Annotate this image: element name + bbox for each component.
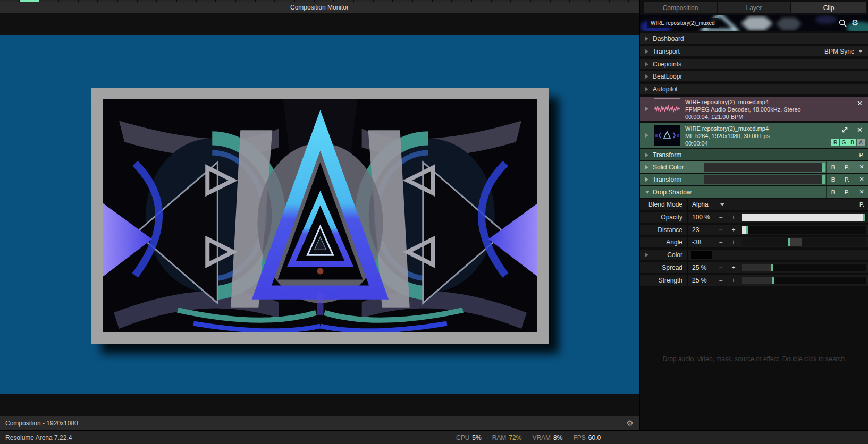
collapse-arrow-icon[interactable]: [645, 87, 648, 91]
collapse-arrow-icon[interactable]: [645, 49, 648, 54]
collapse-arrow-icon[interactable]: [645, 177, 648, 182]
channel-toggle-group: R G B A: [831, 139, 865, 146]
close-icon[interactable]: ✕: [854, 161, 868, 173]
param-strength: Strength 25 % − +: [640, 275, 868, 286]
params-button[interactable]: P.: [855, 199, 868, 210]
collapse-arrow-icon[interactable]: [645, 74, 648, 79]
video-thumbnail: [654, 125, 680, 146]
resolume-arena-window: Composition Monitor: [0, 0, 868, 444]
video-clip-info: WIRE repository(2)_muxed.mp4 MF h264, 19…: [685, 125, 770, 147]
strength-slider[interactable]: [742, 277, 866, 284]
close-icon[interactable]: ✕: [857, 126, 863, 133]
clip-name-label: WIRE repository(2)_muxed: [647, 18, 719, 28]
audio-clip-info: WIRE repository(2)_muxed.mp4 FFMPEG Audi…: [685, 98, 801, 121]
audio-track-row[interactable]: WIRE repository(2)_muxed.mp4 FFMPEG Audi…: [640, 97, 868, 121]
increment-button[interactable]: +: [729, 212, 738, 223]
shadow-color-swatch[interactable]: [691, 251, 712, 259]
effect-solid-color[interactable]: Solid Color B P. ✕: [640, 161, 868, 173]
param-spread: Spread 25 % − +: [640, 262, 868, 273]
effect-opacity-slider[interactable]: [704, 163, 825, 172]
search-icon[interactable]: [839, 19, 847, 27]
params-button[interactable]: P.: [840, 161, 854, 173]
increment-button[interactable]: +: [729, 275, 738, 286]
bypass-button[interactable]: B: [826, 186, 840, 198]
expand-arrow-icon[interactable]: [645, 191, 650, 194]
clip-properties-panel: Composition Layer Clip WIRE repository(2…: [639, 0, 868, 431]
effect-transform-2[interactable]: Transform B P. ✕: [640, 174, 868, 185]
channel-r-toggle[interactable]: R: [831, 139, 839, 146]
decrement-button[interactable]: −: [717, 275, 725, 286]
status-bar: Resolume Arena 7.22.4 CPU5% RAM72% VRAM8…: [0, 430, 868, 444]
section-cuepoints[interactable]: Cuepoints: [640, 59, 868, 69]
clip-settings-gear-icon[interactable]: ⚙: [852, 19, 858, 27]
audio-waveform-thumbnail: [654, 98, 680, 119]
clip-thumbnail-strip[interactable]: WIRE repository(2)_muxed ⚙: [640, 15, 868, 31]
decrement-button[interactable]: −: [717, 212, 725, 223]
blend-mode-dropdown[interactable]: Alpha: [692, 199, 724, 210]
close-icon[interactable]: ✕: [857, 100, 863, 107]
bypass-button[interactable]: B: [826, 161, 840, 173]
strength-value[interactable]: 25 %: [692, 275, 706, 286]
video-track-row[interactable]: WIRE repository(2)_muxed.mp4 MF h264, 19…: [640, 123, 868, 148]
collapse-arrow-icon[interactable]: [645, 133, 648, 138]
tab-layer[interactable]: Layer: [718, 2, 790, 13]
section-transport[interactable]: Transport BPM Sync: [640, 46, 868, 56]
opacity-value[interactable]: 100 %: [692, 212, 710, 223]
distance-value[interactable]: 23: [692, 225, 699, 235]
monitor-title: Composition Monitor: [0, 2, 639, 13]
section-dashboard[interactable]: Dashboard: [640, 33, 868, 44]
increment-button[interactable]: +: [729, 225, 738, 235]
collapse-arrow-icon[interactable]: [645, 62, 648, 66]
composition-size-label: Composition - 1920x1080: [5, 420, 78, 427]
opacity-slider[interactable]: [742, 214, 866, 221]
transport-mode-dropdown[interactable]: BPM Sync: [824, 48, 863, 55]
increment-button[interactable]: +: [729, 262, 738, 273]
effect-opacity-slider[interactable]: [704, 175, 825, 184]
effect-transform-1[interactable]: Transform P.: [640, 149, 868, 160]
collapse-arrow-icon[interactable]: [645, 153, 648, 157]
decrement-button[interactable]: −: [717, 237, 725, 247]
params-button[interactable]: P.: [854, 149, 868, 160]
collapse-arrow-icon[interactable]: [645, 107, 648, 111]
drop-target-hint: Drop audio, video, mask, source or effec…: [640, 355, 868, 363]
increment-button[interactable]: +: [729, 237, 738, 247]
params-button[interactable]: P.: [840, 174, 854, 185]
params-button[interactable]: P.: [840, 186, 854, 198]
angle-value[interactable]: -38: [692, 237, 701, 247]
param-opacity: Opacity 100 % − +: [640, 212, 868, 223]
param-color: Color: [640, 250, 868, 260]
video-clip-frame: [91, 88, 549, 344]
section-beatloopr[interactable]: BeatLoopr: [640, 71, 868, 81]
collapse-arrow-icon[interactable]: [645, 165, 648, 169]
channel-b-toggle[interactable]: B: [848, 139, 856, 146]
chevron-down-icon: [858, 50, 863, 55]
cpu-stat: CPU5%: [456, 434, 482, 441]
bypass-button[interactable]: B: [826, 174, 840, 185]
decrement-button[interactable]: −: [717, 262, 725, 273]
param-angle: Angle -38 − +: [640, 237, 868, 247]
chevron-down-icon: [720, 203, 724, 208]
channel-g-toggle[interactable]: G: [840, 139, 848, 146]
composition-preview: [103, 99, 537, 332]
tab-composition[interactable]: Composition: [644, 2, 717, 13]
angle-slider[interactable]: [742, 238, 866, 246]
decrement-button[interactable]: −: [717, 225, 725, 235]
distance-slider[interactable]: [742, 226, 866, 234]
fullscreen-expand-icon[interactable]: [841, 126, 848, 133]
close-icon[interactable]: ✕: [854, 186, 868, 198]
section-autopilot[interactable]: Autopilot: [640, 84, 868, 94]
tab-clip[interactable]: Clip: [791, 2, 866, 13]
spread-slider[interactable]: [742, 264, 866, 271]
close-icon[interactable]: ✕: [854, 174, 868, 185]
vram-stat: VRAM8%: [532, 434, 562, 441]
collapse-arrow-icon[interactable]: [645, 37, 648, 41]
monitor-settings-gear-icon[interactable]: ⚙: [627, 419, 634, 427]
channel-a-toggle[interactable]: A: [857, 139, 865, 146]
param-distance: Distance 23 − +: [640, 225, 868, 235]
performance-stats: CPU5% RAM72% VRAM8% FPS60.0: [456, 434, 601, 441]
spread-value[interactable]: 25 %: [692, 262, 706, 273]
effect-drop-shadow[interactable]: Drop Shadow B P. ✕: [640, 186, 868, 198]
fps-stat: FPS60.0: [573, 434, 601, 441]
ram-stat: RAM72%: [492, 434, 522, 441]
app-version-label: Resolume Arena 7.22.4: [5, 434, 72, 441]
